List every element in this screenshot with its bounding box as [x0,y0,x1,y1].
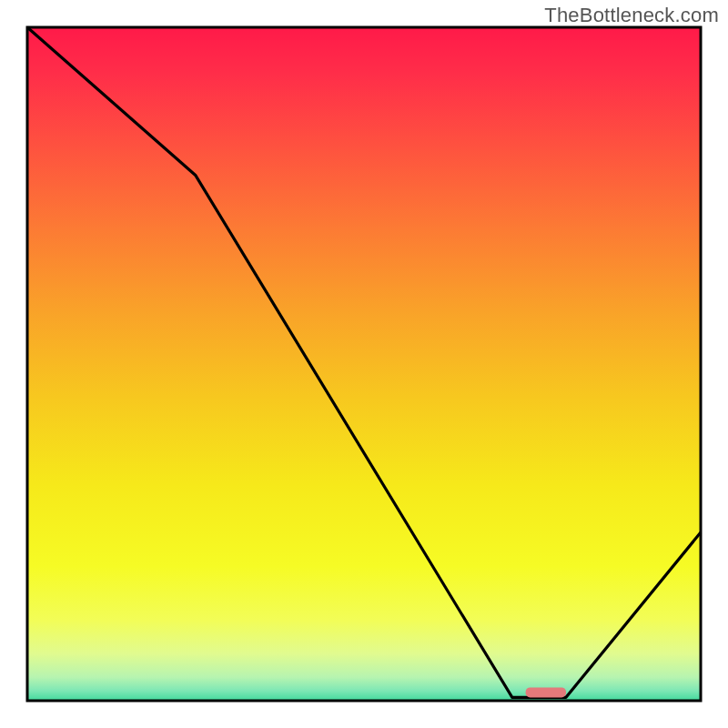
plot-background [27,27,701,701]
bottleneck-chart [0,0,728,728]
attribution-text: TheBottleneck.com [544,4,719,27]
optimal-region-marker [526,687,566,697]
